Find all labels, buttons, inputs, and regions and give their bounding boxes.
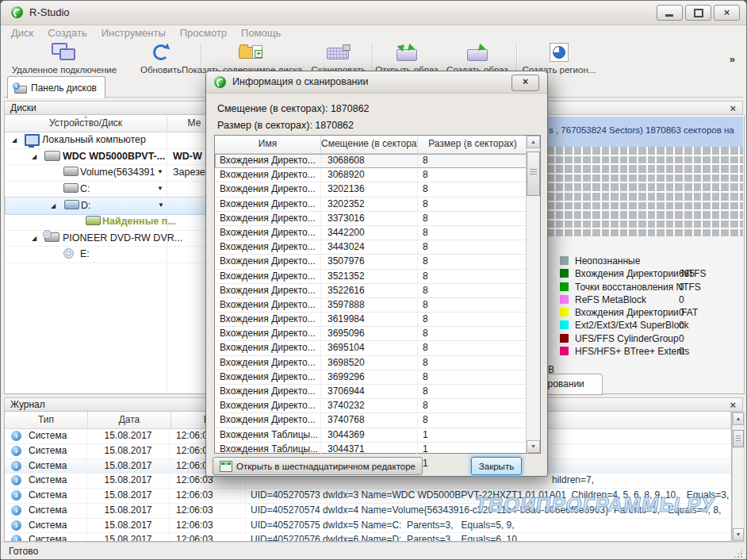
log-date: 15.08.2017 bbox=[87, 429, 170, 443]
toolbar-overflow-chevron[interactable]: » bbox=[730, 53, 735, 65]
log-column-type[interactable]: Тип bbox=[5, 412, 88, 428]
menu-create[interactable]: Создать bbox=[40, 27, 94, 39]
legend-count: 685 bbox=[679, 267, 695, 280]
scan-result-row[interactable]: Вхождения Таблицы... 3044371 1 bbox=[215, 443, 540, 457]
entry-size: 8 bbox=[418, 313, 528, 326]
remote-connection-button[interactable]: Удаленное подключение bbox=[6, 40, 123, 75]
hex-editor-icon bbox=[220, 461, 232, 472]
toolbar-separator bbox=[516, 44, 518, 72]
legend-swatch bbox=[560, 269, 569, 278]
entry-name: Вхождения Директо... bbox=[215, 370, 321, 384]
minimize-button[interactable] bbox=[657, 5, 683, 21]
expander-icon[interactable]: ◢ bbox=[32, 231, 36, 247]
scan-result-row[interactable]: Вхождения Директо... 3698520 8 bbox=[215, 356, 540, 370]
scan-result-row[interactable]: Вхождения Директо... 3373016 8 bbox=[215, 212, 540, 226]
entry-offset: 3044371 bbox=[321, 443, 418, 456]
legend-item: Вхождения Директории FAT 0 bbox=[560, 306, 739, 319]
scroll-up-icon[interactable]: ▲ bbox=[527, 136, 540, 148]
entry-offset: 3695096 bbox=[321, 327, 418, 340]
column-name[interactable]: Имя bbox=[215, 136, 321, 153]
tab-drive-panel[interactable]: i Панель дисков bbox=[7, 76, 105, 98]
column-offset[interactable]: Смещение (в секторах) bbox=[321, 136, 418, 153]
log-type: Система bbox=[29, 520, 67, 531]
entry-offset: 3373016 bbox=[321, 212, 418, 225]
info-balloon-icon bbox=[11, 490, 21, 501]
disks-panel-close-icon[interactable]: × bbox=[730, 102, 736, 115]
dropdown-icon[interactable]: ▼ bbox=[157, 164, 163, 180]
dropdown-icon[interactable]: ▼ bbox=[158, 198, 164, 213]
sort-asc-icon: ▲ bbox=[83, 114, 88, 119]
expander-icon[interactable]: ◢ bbox=[51, 198, 56, 214]
legend-label: Неопознанные bbox=[575, 255, 640, 267]
entry-offset: 3442200 bbox=[321, 226, 418, 240]
scrollbar-thumb[interactable] bbox=[733, 430, 744, 447]
scan-result-row[interactable]: Вхождения Директо... 3619984 8 bbox=[215, 313, 540, 327]
legend-swatch bbox=[560, 320, 569, 329]
scan-result-row[interactable]: Вхождения Таблицы... 3044369 1 bbox=[215, 428, 540, 443]
tree-column-device[interactable]: ▲Устройство/Диск bbox=[5, 115, 167, 132]
scan-result-row[interactable]: Вхождения Директо... 3068608 8 bbox=[215, 154, 540, 168]
entry-size: 8 bbox=[418, 270, 528, 283]
dropdown-icon[interactable]: ▼ bbox=[157, 181, 163, 197]
scroll-up-icon[interactable]: ▲ bbox=[733, 412, 744, 425]
expander-icon[interactable]: ◢ bbox=[12, 132, 17, 148]
log-date: 15.08.2017 bbox=[87, 459, 170, 474]
dialog-close-button[interactable]: × bbox=[511, 75, 539, 91]
log-type: Система bbox=[29, 474, 67, 485]
entry-name: Вхождения Директо... bbox=[215, 313, 321, 326]
scan-result-row[interactable]: Вхождения Директо... 3443024 8 bbox=[215, 240, 540, 255]
scan-result-row[interactable]: Вхождения Директо... 3521352 8 bbox=[215, 270, 540, 284]
log-time: 12:06:03 bbox=[170, 533, 246, 542]
log-time: 12:06:03 bbox=[170, 519, 246, 533]
log-date: 15.08.2017 bbox=[87, 519, 170, 533]
cd-icon bbox=[63, 248, 74, 259]
size-value: 1870862 bbox=[315, 120, 354, 131]
maximize-button[interactable] bbox=[685, 5, 711, 21]
dialog-scrollbar[interactable]: ▲ ▼ bbox=[526, 136, 540, 453]
scan-result-row[interactable]: Вхождения Директо... 3706944 8 bbox=[215, 385, 540, 399]
menu-view[interactable]: Просмотр bbox=[173, 27, 234, 39]
log-date: 15.08.2017 bbox=[87, 444, 170, 458]
scan-result-row[interactable]: Вхождения Директо... 3507976 8 bbox=[215, 255, 540, 269]
scan-result-row[interactable]: Вхождения Директо... 3740232 8 bbox=[215, 399, 540, 413]
drive-panel-icon: i bbox=[13, 82, 27, 94]
scan-result-row[interactable]: Вхождения Директо... 3695104 8 bbox=[215, 341, 540, 355]
scan-result-row[interactable]: Вхождения Директо... 3202352 8 bbox=[215, 198, 540, 212]
scrollbar-thumb[interactable] bbox=[527, 152, 540, 196]
expander-icon[interactable]: ◢ bbox=[32, 149, 36, 165]
remote-connection-icon bbox=[52, 43, 77, 62]
entry-size: 8 bbox=[418, 413, 528, 427]
menu-disk[interactable]: Диск bbox=[4, 27, 40, 39]
open-hex-editor-button[interactable]: Открыть в шестнадцатиричном редакторе bbox=[213, 457, 423, 475]
legend-item: Вхождения Директории NTFS 685 bbox=[560, 267, 739, 280]
scan-blocks-grid[interactable] bbox=[546, 147, 743, 236]
scan-result-row[interactable]: Вхождения Директо... 3522616 8 bbox=[215, 284, 540, 298]
scan-result-row[interactable]: Вхождения Директо... 3699296 8 bbox=[215, 370, 540, 385]
scan-result-row[interactable]: Вхождения Директо... 3740768 8 bbox=[215, 413, 540, 428]
menu-tools[interactable]: Инструменты bbox=[94, 27, 173, 39]
scan-result-row[interactable]: Вхождения Директо... 3202136 8 bbox=[215, 182, 540, 197]
close-button[interactable]: × bbox=[714, 5, 740, 21]
dialog-titlebar[interactable]: Информация о сканировании × bbox=[206, 71, 547, 94]
scan-result-row[interactable]: Вхождения Директо... 3068920 8 bbox=[215, 168, 540, 182]
entry-name: Вхождения Директо... bbox=[215, 240, 321, 254]
volume-icon bbox=[63, 167, 79, 176]
log-scrollbar[interactable]: ▲ ▼ bbox=[732, 412, 745, 542]
entry-size: 8 bbox=[418, 399, 528, 412]
scan-result-row[interactable]: Вхождения Директо... 3442200 8 bbox=[215, 226, 540, 240]
log-column-date[interactable]: Дата bbox=[88, 412, 171, 428]
scroll-down-icon[interactable]: ▼ bbox=[527, 440, 540, 453]
resize-grip[interactable] bbox=[734, 549, 743, 558]
log-panel-close-icon[interactable]: × bbox=[730, 398, 736, 412]
scan-result-row[interactable]: Вхождения Директо... 3695096 8 bbox=[215, 327, 540, 341]
scan-result-row[interactable]: Вхождения Директо... 3597888 8 bbox=[215, 298, 540, 313]
dialog-close-action-button[interactable]: Закрыть bbox=[471, 457, 522, 475]
scroll-down-icon[interactable]: ▼ bbox=[733, 528, 744, 541]
log-row[interactable]: Система 15.08.2017 12:06:03 UID=40527057… bbox=[5, 533, 731, 542]
column-size[interactable]: Размер (в секторах) bbox=[418, 136, 528, 153]
log-row[interactable]: Система 15.08.2017 12:06:03 UID=40527057… bbox=[5, 519, 731, 534]
disks-panel-title: Диски bbox=[10, 102, 36, 113]
app-logo-icon bbox=[11, 6, 23, 18]
close-icon: × bbox=[714, 6, 739, 18]
menu-help[interactable]: Помощь bbox=[234, 27, 288, 39]
